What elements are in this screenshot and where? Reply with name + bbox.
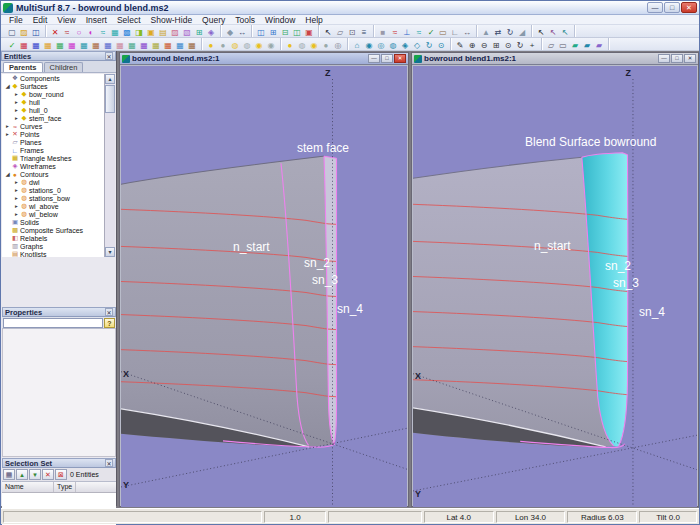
tree-item-bow-round[interactable]: ▸◆bow_round (2, 90, 104, 98)
insert-lofted-surface-icon[interactable]: ▩ (121, 26, 133, 37)
pointer-entity-icon[interactable]: ↖ (547, 26, 559, 37)
menu-file[interactable]: File (4, 15, 28, 25)
tree-expander-icon[interactable]: ▸ (13, 107, 20, 113)
tree-expander-icon[interactable]: ▸ (13, 179, 20, 185)
tree-item-triangle-meshes[interactable]: ▦Triangle Meshes (2, 154, 104, 162)
tree-item-curves[interactable]: ▸≈Curves (2, 122, 104, 130)
close-button[interactable]: ✕ (681, 2, 697, 13)
insert-contour-icon[interactable]: ▨ (169, 26, 181, 37)
tree-item-stations-0[interactable]: ▸◍stations_0 (2, 186, 104, 194)
hide-curves-icon[interactable]: ● (320, 39, 332, 50)
dialog-icon-7[interactable]: ▦ (90, 39, 102, 50)
rotate-entity-icon[interactable]: ↻ (504, 26, 516, 37)
insert-ruled-surface-icon[interactable]: ◨ (133, 26, 145, 37)
tree-expander-icon[interactable]: ▸ (13, 195, 20, 201)
curvature-graph-icon[interactable]: ≈ (389, 26, 401, 37)
hide-all-icon[interactable]: ● (217, 39, 229, 50)
show-invert-icon[interactable]: ◎ (332, 39, 344, 50)
scroll-thumb[interactable] (105, 85, 115, 113)
rendered-mode-icon[interactable]: ▰ (581, 39, 593, 50)
dialog-icon-5[interactable]: ▦ (66, 39, 78, 50)
tree-item-hull-0[interactable]: ▸◆hull_0 (2, 106, 104, 114)
view-single-icon[interactable]: ◫ (255, 26, 267, 37)
hull-surface[interactable] (121, 156, 334, 446)
pointer-icon[interactable]: ↖ (535, 26, 547, 37)
sketch-pencil-icon[interactable]: ✎ (454, 39, 466, 50)
tree-item-components[interactable]: ❖Components (2, 74, 104, 82)
menu-tools[interactable]: Tools (230, 15, 260, 25)
viewport1-restore-icon[interactable]: □ (381, 54, 393, 63)
new-file-icon[interactable]: ▢ (6, 26, 18, 37)
dialog-icon-2[interactable]: ▦ (30, 39, 42, 50)
dialog-icon-4[interactable]: ▦ (54, 39, 66, 50)
open-file-icon[interactable]: ▨ (18, 26, 30, 37)
tree-item-solids[interactable]: ▣Solids (2, 218, 104, 226)
tree-expander-icon[interactable]: ▸ (13, 91, 20, 97)
zoom-out-icon[interactable]: ⊖ (478, 39, 490, 50)
maximize-button[interactable]: □ (664, 2, 680, 13)
show-children-icon[interactable]: ◉ (265, 39, 277, 50)
hidden-line-mode-icon[interactable]: ▭ (557, 39, 569, 50)
show-points-icon[interactable]: ● (284, 39, 296, 50)
remove-from-set-icon[interactable]: ✕ (42, 469, 54, 480)
insert-circle-icon[interactable]: ○ (73, 26, 85, 37)
tab-parents[interactable]: Parents (3, 62, 43, 72)
selection-set-close-icon[interactable]: ✕ (105, 459, 113, 467)
apply-check-icon[interactable]: ✓ (6, 39, 18, 50)
hull-surface[interactable] (413, 157, 614, 447)
shaded-mode-icon[interactable]: ▰ (569, 39, 581, 50)
dialog-icon-13[interactable]: ▦ (162, 39, 174, 50)
insert-composite-icon[interactable]: ◈ (205, 26, 217, 37)
insert-blend-surface-icon[interactable]: ▣ (145, 26, 157, 37)
scale-entity-icon[interactable]: ◢ (516, 26, 528, 37)
select-fence-icon[interactable]: ▱ (334, 26, 346, 37)
insert-snake-icon[interactable]: ≈ (97, 26, 109, 37)
tree-expander-icon[interactable]: ◢ (4, 83, 11, 89)
clear-selection-icon[interactable]: ⊠ (55, 469, 67, 480)
texture-mode-icon[interactable]: ▰ (593, 39, 605, 50)
properties-close-icon[interactable]: ✕ (105, 308, 113, 316)
viewport1-minimize-icon[interactable]: — (368, 54, 380, 63)
tree-item-stem-face[interactable]: ▸◆stem_face (2, 114, 104, 122)
view-split-h-icon[interactable]: ⊟ (279, 26, 291, 37)
menu-select[interactable]: Select (112, 15, 146, 25)
menu-query[interactable]: Query (197, 15, 230, 25)
dialog-icon-6[interactable]: ▦ (78, 39, 90, 50)
tree-expander-icon[interactable]: ▸ (13, 187, 20, 193)
viewport2-close-icon[interactable]: ✕ (684, 54, 696, 63)
minimize-button[interactable]: — (647, 2, 663, 13)
entities-close-icon[interactable]: ✕ (105, 52, 113, 60)
dialog-icon-10[interactable]: ▦ (126, 39, 138, 50)
tree-item-wl-above[interactable]: ▸◍wl_above (2, 202, 104, 210)
dialog-icon-12[interactable]: ▦ (150, 39, 162, 50)
view-split-v-icon[interactable]: ◫ (291, 26, 303, 37)
zoom-window-icon[interactable]: ⊞ (490, 39, 502, 50)
view-home-icon[interactable]: ⌂ (351, 39, 363, 50)
menu-window[interactable]: Window (260, 15, 300, 25)
select-arrow-icon[interactable]: ↖ (322, 26, 334, 37)
viewport1-title-bar[interactable]: bowround blend.ms2:1 — □ ✕ (120, 53, 408, 65)
tree-expander-icon[interactable]: ▸ (13, 211, 20, 217)
insert-surface-icon[interactable]: ▦ (109, 26, 121, 37)
view-side-icon[interactable]: ◎ (375, 39, 387, 50)
tree-item-composite-surfaces[interactable]: ▩Composite Surfaces (2, 226, 104, 234)
dialog-icon-3[interactable]: ▦ (42, 39, 54, 50)
tree-item-stations-bow[interactable]: ▸◍stations_bow (2, 194, 104, 202)
insert-frame-icon[interactable]: ▧ (181, 26, 193, 37)
insert-solid-icon[interactable]: ▤ (157, 26, 169, 37)
zoom-in-icon[interactable]: ⊕ (466, 39, 478, 50)
tape-measure-icon[interactable]: ▭ (437, 26, 449, 37)
measure-icon[interactable]: ↔ (236, 26, 248, 37)
show-parents-icon[interactable]: ◉ (253, 39, 265, 50)
selection-grid-icon[interactable]: ▦ (3, 469, 15, 480)
tree-item-contours[interactable]: ◢●Contours (2, 170, 104, 178)
tree-item-frames[interactable]: ∟Frames (2, 146, 104, 154)
tree-item-surfaces[interactable]: ◢◆Surfaces (2, 82, 104, 90)
tree-expander-icon[interactable]: ▸ (4, 123, 11, 129)
dialog-icon-8[interactable]: ▦ (102, 39, 114, 50)
scroll-up-icon[interactable]: ▴ (105, 74, 115, 84)
flow-lines-icon[interactable]: ≈ (413, 26, 425, 37)
tree-item-graphs[interactable]: ▥Graphs (2, 242, 104, 250)
tree-item-planes[interactable]: ▱Planes (2, 138, 104, 146)
view-iso-icon[interactable]: ◈ (399, 39, 411, 50)
